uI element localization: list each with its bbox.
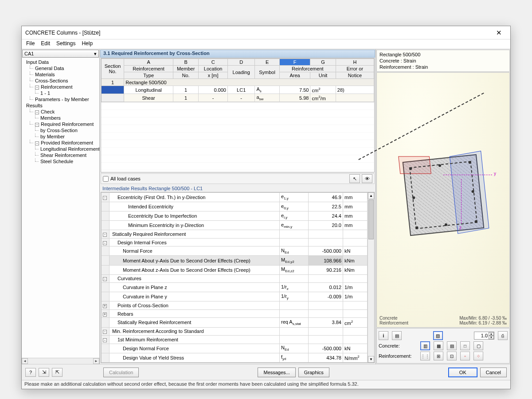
collapse-icon[interactable]: - bbox=[103, 330, 107, 334]
col-letter-e[interactable]: E bbox=[255, 59, 279, 66]
results-row[interactable]: Statically Required Reinforcementreq As,… bbox=[102, 318, 368, 327]
print-icon[interactable]: ⎙ bbox=[498, 331, 508, 340]
info-icon[interactable]: i bbox=[379, 331, 388, 340]
checkbox[interactable] bbox=[103, 176, 109, 182]
grid-table[interactable]: SectionNo. A B C D E F G H Reinforcement… bbox=[101, 59, 374, 102]
nav-materials[interactable]: Materials bbox=[23, 71, 98, 78]
minus-icon[interactable]: - bbox=[35, 123, 39, 127]
table-row[interactable]: Shear 1 - - asw 5.98 cm2/m bbox=[102, 94, 374, 102]
nav-steel-schedule[interactable]: Steel Schedule bbox=[23, 158, 98, 164]
results-row[interactable]: Design Value of Yield Stressfyd434.78N/m… bbox=[102, 353, 368, 362]
results-row[interactable]: Moment About y-Axis Due to Second Order … bbox=[102, 256, 368, 265]
nav-general-data[interactable]: General Data bbox=[23, 65, 98, 71]
menu-edit[interactable]: Edit bbox=[41, 40, 50, 48]
nav-by-cross-section[interactable]: by Cross-Section bbox=[23, 127, 98, 133]
minus-icon[interactable]: - bbox=[35, 110, 39, 114]
eye-icon[interactable]: 👁 bbox=[362, 174, 372, 183]
cancel-button[interactable]: Cancel bbox=[480, 368, 507, 377]
minus-icon[interactable]: - bbox=[35, 141, 39, 145]
concrete-render-5-icon[interactable]: ▢ bbox=[473, 341, 483, 350]
results-row[interactable]: -Curvatures bbox=[102, 274, 368, 283]
collapse-icon[interactable]: - bbox=[103, 241, 107, 245]
results-row[interactable]: Normal ForceNEd-500.000kN bbox=[102, 246, 368, 256]
scale-spinner[interactable]: ▲▼ bbox=[474, 332, 494, 340]
scroll-thumb[interactable] bbox=[368, 200, 374, 239]
results-table[interactable]: -Eccentricity (First Ord. Th.) in y-Dire… bbox=[101, 192, 368, 363]
col-letter-a[interactable]: A bbox=[124, 59, 173, 66]
results-row[interactable]: Design Normal ForceNEd-500.000kN bbox=[102, 344, 368, 353]
col-letter-c[interactable]: C bbox=[199, 59, 228, 66]
export-icon[interactable]: ⇲ bbox=[39, 368, 49, 377]
col-letter-d[interactable]: D bbox=[227, 59, 255, 66]
results-row[interactable]: Minimum Eccentricity in y-Directionemin,… bbox=[102, 221, 368, 230]
expand-icon[interactable]: + bbox=[103, 313, 107, 317]
nav-params-by-member[interactable]: Parameters - by Member bbox=[23, 96, 98, 102]
collapse-icon[interactable]: - bbox=[103, 338, 107, 342]
expand-icon[interactable]: + bbox=[103, 304, 107, 308]
step-up-icon[interactable]: ▲ bbox=[489, 332, 494, 336]
concrete-render-2-icon[interactable]: ▦ bbox=[434, 341, 443, 350]
col-letter-b[interactable]: B bbox=[173, 59, 198, 66]
nav-required-reinforcement[interactable]: -Required Reinforcement bbox=[23, 121, 98, 127]
collapse-icon[interactable]: - bbox=[103, 233, 107, 237]
results-row[interactable]: -Statically Required Reinforcement bbox=[102, 230, 368, 239]
col-letter-h[interactable]: H bbox=[336, 59, 374, 66]
nav-longitudinal[interactable]: Longitudinal Reinforcement bbox=[23, 146, 98, 152]
reinf-render-2-icon[interactable]: ⊞ bbox=[434, 352, 443, 360]
nav-provided-reinforcement[interactable]: -Provided Reinforcement bbox=[23, 140, 98, 146]
results-row[interactable]: Curvature in Plane z1/rz0.0121/m bbox=[102, 283, 368, 292]
nav-1-1[interactable]: 1 - 1 bbox=[23, 90, 98, 96]
results-row[interactable]: -1st Minimum Reinforcement bbox=[102, 336, 368, 344]
menu-file[interactable]: File bbox=[26, 40, 35, 48]
scale-input[interactable] bbox=[474, 333, 489, 338]
scroll-left-icon[interactable]: ◄ bbox=[22, 358, 28, 364]
all-load-cases-check[interactable]: All load cases bbox=[103, 176, 141, 182]
help-icon[interactable]: ? bbox=[25, 368, 36, 377]
results-scrollbar[interactable]: ▲ ▼ bbox=[368, 192, 374, 363]
results-row[interactable]: -Design Internal Forces bbox=[102, 238, 368, 246]
results-row[interactable]: Intended Eccentricitye0,y22.5mm bbox=[102, 202, 368, 211]
case-combo[interactable]: CA1 ▾ bbox=[22, 50, 99, 58]
col-letter-f[interactable]: F bbox=[279, 59, 310, 66]
scroll-right-icon[interactable]: ► bbox=[93, 358, 99, 364]
concrete-render-1-icon[interactable]: ▥ bbox=[420, 341, 430, 350]
nav-input-data[interactable]: Input Data bbox=[23, 59, 98, 65]
pick-tool-icon[interactable]: ↖ bbox=[349, 174, 360, 183]
nav-reinforcement[interactable]: -Reinforcement bbox=[23, 84, 98, 90]
nav-shear-reinforcement[interactable]: Shear Reinforcement bbox=[23, 152, 98, 158]
results-row[interactable]: -Min. Reinforcement According to Standar… bbox=[102, 327, 368, 336]
menu-help[interactable]: Help bbox=[82, 40, 93, 48]
concrete-render-3-icon[interactable]: ▤ bbox=[447, 341, 457, 350]
messages-button[interactable]: Messages... bbox=[258, 368, 295, 377]
step-down-icon[interactable]: ▼ bbox=[489, 336, 494, 339]
table-row[interactable]: Longitudinal 1 0.000 LC1 As 7.50 cm2 28) bbox=[102, 86, 374, 94]
reinf-render-1-icon[interactable]: ⋮⋮ bbox=[420, 352, 430, 360]
col-letter-g[interactable]: G bbox=[310, 59, 336, 66]
import-icon[interactable]: ⇱ bbox=[52, 368, 63, 377]
ok-button[interactable]: OK bbox=[448, 368, 477, 377]
nav-hscroll[interactable]: ◄ ► bbox=[22, 358, 99, 364]
filter-icon[interactable]: ▤ bbox=[392, 331, 402, 340]
menu-settings[interactable]: Settings bbox=[56, 40, 75, 48]
nav-members[interactable]: Members bbox=[23, 115, 98, 121]
section-row[interactable]: 1 Rectangle 500/500 bbox=[102, 79, 374, 86]
hatch-icon[interactable]: ▨ bbox=[433, 331, 443, 340]
nav-check[interactable]: -Check bbox=[23, 109, 98, 115]
results-row[interactable]: -Eccentricity (First Ord. Th.) in y-Dire… bbox=[102, 193, 368, 202]
scroll-up-icon[interactable]: ▲ bbox=[368, 192, 374, 199]
results-row[interactable]: Curvature in Plane y1/ry-0.0091/m bbox=[102, 292, 368, 301]
close-button[interactable]: ✕ bbox=[490, 29, 508, 37]
calculation-button[interactable]: Calculation bbox=[103, 368, 139, 377]
nav-cross-sections[interactable]: Cross-Sections bbox=[23, 78, 98, 84]
reinf-render-4-icon[interactable]: ▫ bbox=[460, 352, 470, 360]
collapse-icon[interactable]: - bbox=[103, 277, 107, 281]
collapse-icon[interactable]: - bbox=[103, 196, 107, 200]
reinf-render-5-icon[interactable]: ⁘ bbox=[473, 352, 483, 360]
results-row[interactable]: Eccentricity Due to Imperfectionei,y24.4… bbox=[102, 211, 368, 221]
reinf-render-3-icon[interactable]: ⊡ bbox=[447, 352, 457, 360]
nav-results[interactable]: Results bbox=[23, 102, 98, 109]
results-row[interactable]: +Rebars bbox=[102, 309, 368, 318]
nav-by-member[interactable]: by Member bbox=[23, 133, 98, 140]
selected-cell[interactable]: 7.50 bbox=[279, 86, 310, 94]
concrete-render-4-icon[interactable]: □ bbox=[460, 341, 470, 350]
